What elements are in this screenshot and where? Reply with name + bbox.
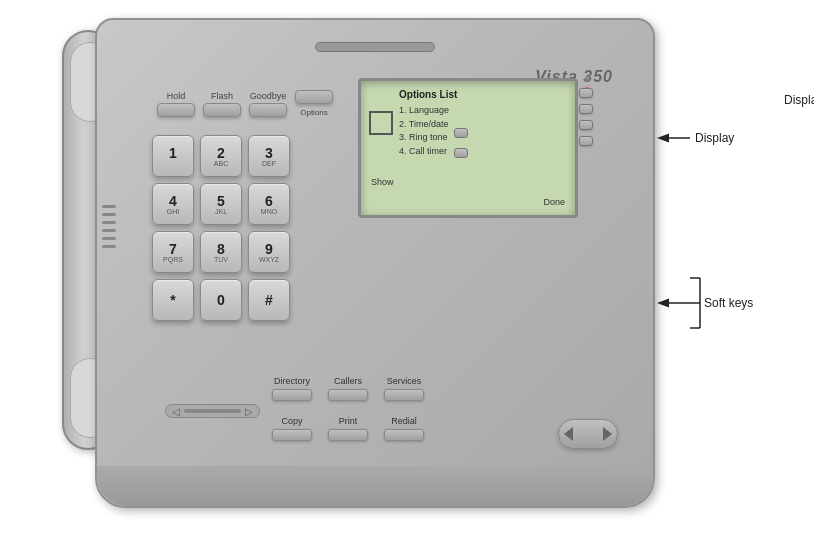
speaker-slot: [315, 42, 435, 52]
directory-button[interactable]: [272, 389, 312, 401]
key-0-main: 0: [217, 293, 225, 307]
soft-key-1[interactable]: [579, 88, 593, 98]
key-0[interactable]: 0: [200, 279, 242, 321]
nav-left-arrow: [564, 427, 573, 441]
soft-key-done[interactable]: [454, 148, 468, 158]
key-1-main: 1: [169, 146, 177, 160]
soft-key-3[interactable]: [579, 120, 593, 130]
flash-button-group[interactable]: Flash: [203, 91, 241, 117]
copy-button-group[interactable]: Copy: [272, 416, 312, 441]
led-indicator-off: [585, 76, 590, 81]
phone-bottom-ridge: [97, 466, 653, 506]
soft-key-2[interactable]: [579, 104, 593, 114]
action-buttons-row: Copy Print Redial: [272, 416, 424, 441]
callers-button-group[interactable]: Callers: [328, 376, 368, 401]
phone-body: Vista 350 Hold Flash Goodbye: [95, 18, 655, 508]
key-8-sub: TUV: [214, 256, 228, 263]
key-9-sub: WXYZ: [259, 256, 279, 263]
key-5[interactable]: 5 JKL: [200, 183, 242, 225]
services-button[interactable]: [384, 389, 424, 401]
key-3[interactable]: 3 DEF: [248, 135, 290, 177]
display-done-label: Done: [543, 197, 565, 207]
key-hash[interactable]: #: [248, 279, 290, 321]
volume-track: [184, 409, 241, 413]
display-title: Options List: [399, 89, 457, 100]
key-8[interactable]: 8 TUV: [200, 231, 242, 273]
display-item-3: 3. Ring tone: [399, 131, 457, 145]
display-item-2: 2. Time/date: [399, 118, 457, 132]
display-show-label: Show: [371, 177, 394, 187]
flash-button[interactable]: [203, 103, 241, 117]
options-icon: [369, 111, 393, 135]
svg-text:Display: Display: [695, 131, 734, 145]
key-5-main: 5: [217, 194, 225, 208]
goodbye-label: Goodbye: [250, 91, 287, 101]
key-3-main: 3: [265, 146, 273, 160]
hold-button[interactable]: [157, 103, 195, 117]
display-content: Options List 1. Language 2. Time/date 3.…: [361, 81, 575, 215]
key-star[interactable]: *: [152, 279, 194, 321]
key-6-main: 6: [265, 194, 273, 208]
display-item-4: 4. Call timer: [399, 145, 457, 159]
nav-right-arrow: [603, 427, 612, 441]
print-label: Print: [339, 416, 358, 426]
keypad: 1 2 ABC 3 DEF 4 GHI 5 JKL 6 MNO: [152, 135, 290, 321]
svg-text:Soft keys: Soft keys: [704, 296, 753, 310]
goodbye-button-group[interactable]: Goodbye: [249, 91, 287, 117]
hold-button-group[interactable]: Hold: [157, 91, 195, 117]
key-hash-main: #: [265, 293, 273, 307]
copy-button[interactable]: [272, 429, 312, 441]
volume-slider[interactable]: ◁ ▷: [165, 404, 260, 418]
key-3-sub: DEF: [262, 160, 276, 167]
options-button-group[interactable]: Options: [295, 90, 333, 117]
print-button-group[interactable]: Print: [328, 416, 368, 441]
options-button[interactable]: [295, 90, 333, 104]
display-annotation-label: Display: [784, 93, 814, 107]
redial-button-group[interactable]: Redial: [384, 416, 424, 441]
key-6-sub: MNO: [261, 208, 277, 215]
display-screen: Options List 1. Language 2. Time/date 3.…: [358, 78, 578, 218]
print-button[interactable]: [328, 429, 368, 441]
directory-button-group[interactable]: Directory: [272, 376, 312, 401]
key-9[interactable]: 9 WXYZ: [248, 231, 290, 273]
services-label: Services: [387, 376, 422, 386]
soft-key-4[interactable]: [579, 136, 593, 146]
directory-label: Directory: [274, 376, 310, 386]
redial-label: Redial: [391, 416, 417, 426]
nav-horizontal-button[interactable]: [558, 419, 618, 449]
flash-label: Flash: [211, 91, 233, 101]
soft-keys-container: [579, 88, 593, 146]
key-6[interactable]: 6 MNO: [248, 183, 290, 225]
copy-label: Copy: [281, 416, 302, 426]
key-2-main: 2: [217, 146, 225, 160]
key-4-sub: GHI: [167, 208, 179, 215]
goodbye-button[interactable]: [249, 103, 287, 117]
services-button-group[interactable]: Services: [384, 376, 424, 401]
volume-high-icon: ▷: [245, 406, 253, 417]
key-star-main: *: [170, 293, 175, 307]
redial-button[interactable]: [384, 429, 424, 441]
page-container: Vista 350 Hold Flash Goodbye: [0, 0, 814, 536]
display-item-1: 1. Language: [399, 104, 457, 118]
key-5-sub: JKL: [215, 208, 227, 215]
callers-label: Callers: [334, 376, 362, 386]
key-8-main: 8: [217, 242, 225, 256]
nav-pad: [558, 414, 618, 454]
key-4[interactable]: 4 GHI: [152, 183, 194, 225]
display-text: Options List 1. Language 2. Time/date 3.…: [399, 89, 457, 158]
feature-buttons-row: Directory Callers Services: [272, 376, 424, 401]
key-7-sub: PQRS: [163, 256, 183, 263]
key-2[interactable]: 2 ABC: [200, 135, 242, 177]
key-7[interactable]: 7 PQRS: [152, 231, 194, 273]
soft-key-show[interactable]: [454, 128, 468, 138]
speaker-grill: [102, 200, 120, 300]
key-7-main: 7: [169, 242, 177, 256]
top-buttons-row: Hold Flash Goodbye Options: [157, 90, 333, 117]
options-label: Options: [300, 108, 328, 117]
key-9-main: 9: [265, 242, 273, 256]
callers-button[interactable]: [328, 389, 368, 401]
key-4-main: 4: [169, 194, 177, 208]
hold-label: Hold: [167, 91, 186, 101]
key-1[interactable]: 1: [152, 135, 194, 177]
key-2-sub: ABC: [214, 160, 228, 167]
